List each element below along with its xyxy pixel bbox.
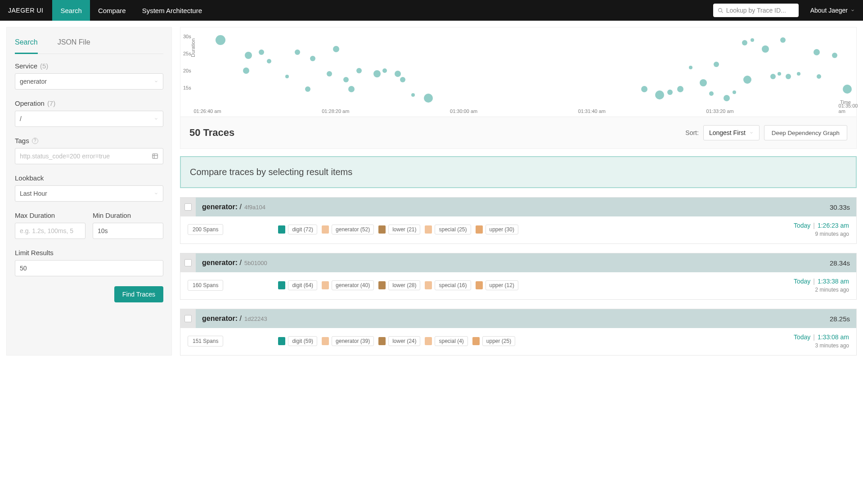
data-point[interactable] — [295, 50, 300, 55]
data-point[interactable] — [677, 86, 683, 92]
data-point[interactable] — [216, 35, 225, 45]
service-tag: generator (40) — [322, 280, 374, 290]
results-count: 50 Traces — [189, 127, 234, 139]
data-point[interactable] — [259, 50, 264, 55]
service-label: Service — [15, 62, 37, 70]
scatter-chart: Duration Time 30s25s20s15s01:26:40 am01:… — [180, 27, 857, 117]
trace-card[interactable]: generator: / 4f9a104 30.33s 200 Spans di… — [180, 197, 857, 244]
service-select[interactable]: generator — [15, 73, 163, 90]
x-tick: 01:35:00 am — [839, 103, 858, 114]
about-menu[interactable]: About Jaeger — [810, 7, 855, 14]
sort-select[interactable]: Longest First — [703, 125, 760, 140]
color-swatch — [322, 281, 329, 289]
trace-checkbox[interactable] — [184, 203, 192, 211]
data-point[interactable] — [327, 71, 332, 76]
service-tag: digit (59) — [278, 336, 317, 346]
tags-input[interactable] — [15, 148, 163, 164]
data-point[interactable] — [400, 77, 405, 82]
data-point[interactable] — [689, 66, 692, 69]
trace-checkbox[interactable] — [184, 259, 192, 266]
x-tick: 01:26:40 am — [193, 108, 221, 114]
limit-input[interactable] — [15, 260, 163, 276]
limit-label: Limit Results — [15, 249, 54, 256]
data-point[interactable] — [641, 86, 647, 92]
color-swatch — [278, 281, 285, 289]
search-icon — [718, 8, 724, 14]
help-icon[interactable]: ? — [32, 138, 38, 144]
data-point[interactable] — [245, 52, 252, 59]
trace-checkbox[interactable] — [184, 315, 192, 322]
trace-header[interactable]: generator: / 4f9a104 30.33s — [196, 198, 856, 216]
nav-system-arch[interactable]: System Architecture — [134, 0, 210, 21]
deep-dependency-button[interactable]: Deep Dependency Graph — [764, 125, 847, 140]
data-point[interactable] — [786, 74, 791, 79]
lookback-select[interactable]: Last Hour — [15, 185, 163, 202]
data-point[interactable] — [655, 90, 664, 99]
tab-search[interactable]: Search — [15, 33, 38, 54]
data-point[interactable] — [395, 71, 401, 77]
service-tag: generator (52) — [322, 225, 374, 234]
data-point[interactable] — [778, 72, 781, 76]
chevron-down-icon — [154, 117, 158, 121]
color-swatch — [322, 337, 329, 345]
data-point[interactable] — [667, 90, 673, 95]
data-point[interactable] — [333, 46, 339, 52]
min-duration-input[interactable] — [93, 223, 163, 239]
trace-card[interactable]: generator: / 1d22243 28.25s 151 Spans di… — [180, 309, 857, 356]
data-point[interactable] — [843, 85, 852, 94]
data-point[interactable] — [797, 72, 800, 76]
trace-card[interactable]: generator: / 5b01000 28.34s 160 Spans di… — [180, 253, 857, 300]
data-point[interactable] — [343, 77, 349, 82]
data-point[interactable] — [714, 62, 719, 67]
trace-id: 1d22243 — [244, 315, 267, 322]
data-point[interactable] — [700, 79, 707, 86]
tab-json-file[interactable]: JSON File — [58, 33, 90, 54]
data-point[interactable] — [751, 38, 754, 42]
data-point[interactable] — [373, 70, 381, 77]
top-nav: JAEGER UI Search Compare System Architec… — [0, 0, 863, 21]
data-point[interactable] — [267, 59, 271, 63]
data-point[interactable] — [770, 74, 776, 79]
y-tick: 15s — [183, 85, 191, 90]
chevron-down-icon — [749, 130, 754, 135]
service-tag: generator (39) — [322, 336, 374, 346]
data-point[interactable] — [348, 86, 355, 92]
data-point[interactable] — [310, 56, 315, 61]
span-count: 200 Spans — [188, 224, 223, 235]
data-point[interactable] — [356, 68, 362, 73]
operation-select[interactable]: / — [15, 111, 163, 127]
service-tag: lower (24) — [378, 336, 420, 346]
span-count: 160 Spans — [188, 280, 223, 291]
data-point[interactable] — [743, 76, 751, 84]
data-point[interactable] — [762, 45, 769, 53]
trace-id: 4f9a104 — [244, 204, 265, 211]
data-point[interactable] — [832, 53, 837, 58]
nav-search[interactable]: Search — [52, 0, 90, 21]
nav-compare[interactable]: Compare — [90, 0, 134, 21]
find-traces-button[interactable]: Find Traces — [114, 286, 163, 302]
lookup-input[interactable]: Lookup by Trace ID... — [713, 4, 799, 17]
max-duration-input[interactable] — [15, 223, 85, 239]
trace-header[interactable]: generator: / 1d22243 28.25s — [196, 309, 856, 328]
data-point[interactable] — [382, 68, 387, 73]
data-point[interactable] — [411, 93, 415, 97]
data-point[interactable] — [285, 75, 289, 78]
trace-id: 5b01000 — [244, 260, 267, 266]
trace-header[interactable]: generator: / 5b01000 28.34s — [196, 253, 856, 272]
data-point[interactable] — [305, 86, 310, 92]
lookup-placeholder: Lookup by Trace ID... — [726, 7, 786, 14]
x-tick: 01:31:40 am — [578, 108, 606, 114]
data-point[interactable] — [817, 74, 821, 79]
data-point[interactable] — [742, 40, 747, 45]
data-point[interactable] — [243, 68, 249, 74]
data-point[interactable] — [709, 91, 714, 96]
data-point[interactable] — [780, 37, 786, 43]
data-point[interactable] — [724, 95, 730, 101]
data-point[interactable] — [424, 94, 433, 103]
data-point[interactable] — [814, 49, 820, 55]
trace-checkbox-cell — [180, 253, 196, 272]
trace-name: generator: / — [202, 315, 242, 323]
data-point[interactable] — [733, 90, 736, 94]
chevron-down-icon — [154, 191, 158, 196]
y-tick: 25s — [183, 51, 191, 56]
